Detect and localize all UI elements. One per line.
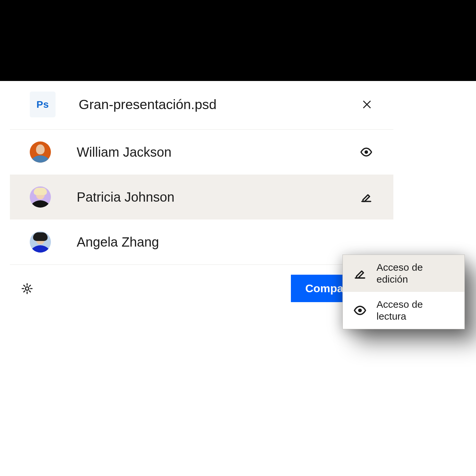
svg-point-4 xyxy=(358,308,362,312)
permission-button[interactable] xyxy=(359,235,374,249)
avatar xyxy=(30,231,51,253)
person-row[interactable]: William Jackson xyxy=(10,130,393,175)
avatar xyxy=(30,186,51,208)
pencil-icon xyxy=(360,190,373,204)
person-name: William Jackson xyxy=(77,145,359,160)
svg-point-3 xyxy=(25,287,29,290)
permission-dropdown: Acceso de edición Acceso de lectura xyxy=(342,255,465,329)
avatar xyxy=(30,141,51,163)
pencil-icon xyxy=(353,266,367,280)
person-row[interactable]: Patricia Johnson xyxy=(10,175,393,219)
permission-button[interactable] xyxy=(359,145,374,159)
eye-icon xyxy=(360,145,373,159)
share-dialog: Ps Gran-presentación.psd William Jackson… xyxy=(10,81,393,312)
svg-point-2 xyxy=(365,150,368,154)
dropdown-option-label: Acceso de edición xyxy=(377,261,455,285)
file-type-label: Ps xyxy=(36,99,49,110)
person-row[interactable]: Angela Zhang xyxy=(10,219,393,264)
dropdown-option-view[interactable]: Acceso de lectura xyxy=(343,292,464,329)
dropdown-option-edit[interactable]: Acceso de edición xyxy=(343,255,464,292)
file-type-icon: Ps xyxy=(30,92,56,117)
gear-icon xyxy=(21,282,33,295)
person-name: Patricia Johnson xyxy=(77,190,359,205)
dialog-header: Ps Gran-presentación.psd xyxy=(10,81,393,130)
close-button[interactable] xyxy=(360,98,374,111)
close-icon xyxy=(362,99,372,109)
permission-button[interactable] xyxy=(359,190,374,204)
dropdown-option-label: Acceso de lectura xyxy=(377,298,455,322)
file-name: Gran-presentación.psd xyxy=(79,97,360,112)
dialog-footer: Compartir xyxy=(10,264,393,312)
window-top-blackbar xyxy=(0,0,476,81)
person-name: Angela Zhang xyxy=(77,235,359,250)
eye-icon xyxy=(353,303,367,317)
settings-button[interactable] xyxy=(20,281,34,296)
